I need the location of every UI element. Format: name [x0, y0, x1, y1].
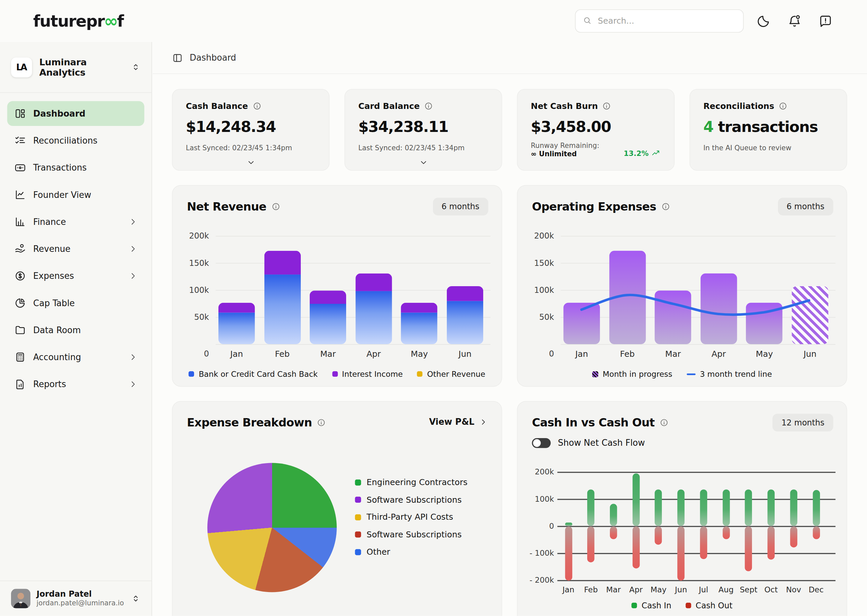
chevron-down-icon[interactable]	[419, 158, 428, 167]
x-axis-label: Mar	[601, 585, 626, 594]
sidebar-item-label: Dashboard	[33, 108, 137, 119]
sidebar-item-data-room[interactable]: Data Room	[7, 317, 144, 343]
y-axis-label: 100k	[523, 494, 554, 503]
legend-label: Software Subscriptions	[366, 495, 462, 505]
info-icon[interactable]	[660, 418, 668, 427]
range-selector[interactable]: 12 months	[772, 414, 833, 431]
expense-breakdown-card: Expense Breakdown View P&L Engineering C…	[172, 401, 502, 616]
chart-legend: Cash InCash Out	[517, 601, 847, 610]
dashboard-content: Cash Balance $14,248.34 Last Synced: 02/…	[153, 74, 867, 616]
range-selector[interactable]: 6 months	[433, 198, 489, 215]
x-axis-label: Oct	[758, 585, 783, 594]
chart-title: Expense Breakdown	[187, 416, 312, 429]
info-icon[interactable]	[779, 102, 788, 111]
legend-item: Cash In	[632, 601, 671, 610]
sidebar: LA Luminara Analytics DashboardReconcili…	[0, 42, 152, 616]
legend-item: Interest Income	[332, 369, 403, 379]
sidebar-item-revenue[interactable]: Revenue	[7, 237, 144, 261]
kpi-value: $34,238.11	[358, 118, 488, 135]
cash-in-bar-dec	[813, 490, 820, 526]
legend-swatch	[355, 531, 361, 537]
charts-row-2: Expense Breakdown View P&L Engineering C…	[172, 401, 867, 616]
legend-swatch	[355, 514, 361, 520]
cash-in-bar-jun	[677, 489, 684, 526]
sidebar-item-expenses[interactable]: Expenses	[7, 264, 144, 289]
sidebar-item-cap-table[interactable]: Cap Table	[7, 291, 144, 316]
sidebar-item-finance[interactable]: Finance	[7, 209, 144, 234]
info-icon[interactable]	[252, 102, 262, 111]
info-icon[interactable]	[661, 202, 670, 211]
x-axis-label: Mar	[655, 349, 690, 359]
charts-row-1: Net Revenue 6 months 200k150k100k50k0Jan…	[172, 185, 867, 387]
view-pnl-link[interactable]: View P&L	[429, 417, 487, 427]
y-axis-label: 150k	[523, 259, 554, 267]
cash-in-bar-nov	[790, 489, 797, 526]
legend-item: Month in progress	[592, 369, 672, 379]
sidebar-item-reports[interactable]: Reports	[7, 372, 144, 397]
main-area: Dashboard Cash Balance $14,248.34 Last S…	[153, 42, 867, 616]
info-icon[interactable]	[317, 418, 326, 427]
cash-out-bar-aug	[723, 526, 730, 539]
profile-menu[interactable]: Jordan Patel jordan.patel@luminara.io	[0, 581, 151, 616]
dashboard-icon	[14, 108, 26, 119]
kpi-title: Reconciliations	[703, 101, 774, 111]
sidebar-item-dashboard[interactable]: Dashboard	[7, 101, 144, 126]
x-axis-label: Jun	[792, 349, 828, 359]
kpi-card-net-cash-burn: Net Cash Burn $3,458.00 Runway Remaining…	[517, 89, 675, 171]
sidebar-item-reconciliations[interactable]: Reconciliations	[7, 128, 144, 153]
x-axis-label: Mar	[311, 349, 346, 359]
cash-out-bar-sept	[745, 526, 752, 571]
cash-out-bar-oct	[768, 526, 775, 559]
profile-name: Jordan Patel	[36, 589, 125, 599]
expense-pie-chart	[207, 463, 337, 592]
bar-feb	[609, 251, 646, 344]
cash-out-bar-feb	[587, 526, 594, 563]
range-selector[interactable]: 6 months	[778, 198, 833, 215]
sidebar-item-transactions[interactable]: Transactions	[7, 155, 144, 180]
interest-income-segment	[218, 303, 255, 313]
x-axis-label: Jul	[691, 585, 716, 594]
cash-out-bar-jan	[565, 526, 572, 580]
legend-label: Interest Income	[342, 369, 403, 379]
sidebar-toggle-icon[interactable]	[172, 52, 183, 63]
legend-item: Cash Out	[686, 601, 732, 610]
cash-out-bar-dec	[813, 526, 820, 539]
kpi-card-card-balance: Card Balance $34,238.11 Last Synced: 02/…	[344, 89, 502, 171]
kpi-title: Cash Balance	[186, 101, 248, 111]
chevron-down-icon[interactable]	[246, 158, 255, 167]
y-axis-label: 50k	[523, 313, 554, 322]
cash-out-bar-apr	[632, 526, 640, 568]
info-icon[interactable]	[602, 102, 611, 111]
legend-swatch	[687, 373, 695, 375]
toggle-label: Show Net Cash Flow	[558, 438, 645, 448]
info-icon[interactable]	[271, 202, 281, 211]
search-bar[interactable]	[575, 9, 744, 33]
info-icon[interactable]	[424, 102, 433, 111]
notifications-bell-icon[interactable]	[787, 14, 802, 28]
search-input[interactable]	[597, 15, 736, 26]
cash-back-segment	[264, 274, 300, 344]
sidebar-item-accounting[interactable]: Accounting	[7, 345, 144, 370]
gridline	[557, 472, 835, 473]
legend-label: Cash In	[642, 601, 671, 610]
interest-income-segment	[447, 286, 483, 301]
bar-jan	[218, 303, 255, 344]
x-axis-label: Jan	[556, 585, 581, 594]
workspace-switcher[interactable]: LA Luminara Analytics	[0, 42, 151, 93]
cash-in-bar-jul	[700, 489, 707, 526]
chevron-right-icon	[129, 218, 137, 226]
x-axis-label: Dec	[803, 585, 829, 594]
x-axis-label: Jan	[219, 349, 254, 359]
logo-text: futurepr	[33, 12, 104, 30]
kpi-card-reconciliations: Reconciliations 4 transactions In the AI…	[690, 89, 847, 171]
feedback-chat-icon[interactable]	[818, 14, 833, 28]
sidebar-item-label: Accounting	[33, 352, 121, 362]
legend-label: Cash Out	[695, 601, 733, 610]
kpi-value: 4 transactions	[703, 118, 833, 135]
cash-in-out-card: Cash In vs Cash Out 12 months Show Net C…	[517, 401, 847, 616]
net-cash-flow-toggle[interactable]	[532, 438, 550, 448]
legend-item: Third-Party API Costs	[355, 512, 468, 522]
dark-mode-moon-icon[interactable]	[756, 14, 771, 28]
sidebar-item-founder-view[interactable]: Founder View	[7, 182, 144, 207]
cash-out-bar-mar	[610, 526, 617, 539]
